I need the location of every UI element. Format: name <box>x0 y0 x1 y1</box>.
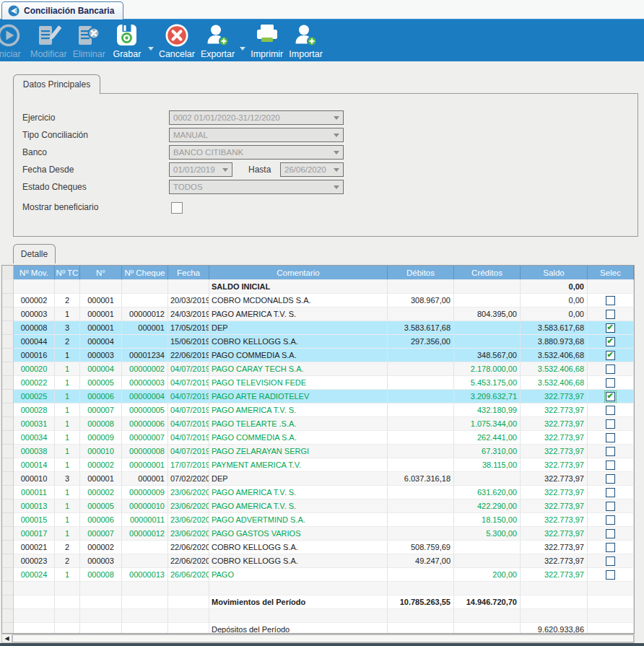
row-selector[interactable] <box>2 335 14 349</box>
fecha-desde-dropdown[interactable]: 01/01/2019 <box>169 162 232 177</box>
imprimir-button[interactable]: Imprimir <box>248 22 286 60</box>
row-selector[interactable] <box>2 527 14 541</box>
cell-cheque: 00000012 <box>122 527 168 541</box>
modificar-button[interactable]: Modificar <box>27 22 70 60</box>
horizontal-scrollbar[interactable]: ◀ <box>1 634 635 643</box>
cell-mov: 000008 <box>14 321 55 335</box>
row-selector[interactable] <box>2 541 14 554</box>
row-selector[interactable] <box>2 458 14 472</box>
column-header[interactable]: Fecha <box>168 266 209 280</box>
row-selector[interactable] <box>2 362 14 376</box>
tipo-conciliacion-dropdown[interactable]: MANUAL <box>169 128 344 142</box>
exportar-dropdown-caret[interactable] <box>238 47 248 51</box>
row-selector[interactable] <box>2 431 14 445</box>
cell-cred <box>454 321 521 335</box>
row-selector[interactable] <box>2 609 14 623</box>
cancelar-button[interactable]: Cancelar <box>156 22 198 60</box>
iniciar-button[interactable]: Iniciar <box>0 22 27 60</box>
window-tab-conciliacion-bancaria[interactable]: Conciliación Bancaria <box>1 1 123 19</box>
grabar-button[interactable]: Grabar <box>108 22 146 60</box>
estado-cheques-dropdown[interactable]: TODOS <box>169 180 344 194</box>
cell-saldo <box>521 582 588 595</box>
row-checkbox[interactable] <box>606 433 615 442</box>
column-header[interactable]: Nº TC <box>55 266 80 280</box>
row-selector[interactable] <box>2 307 14 321</box>
row-checkbox[interactable] <box>606 351 615 360</box>
row-checkbox[interactable] <box>606 406 615 415</box>
ejercicio-dropdown[interactable]: 0002 01/01/2020-31/12/2020 <box>169 110 344 125</box>
row-checkbox[interactable] <box>606 570 615 580</box>
row-selector[interactable] <box>2 349 14 362</box>
row-checkbox[interactable] <box>606 378 615 388</box>
row-selector[interactable] <box>2 390 14 403</box>
column-header[interactable]: N° <box>80 266 122 280</box>
row-checkbox[interactable] <box>606 365 615 374</box>
row-checkbox[interactable] <box>606 502 615 511</box>
cell-tc: 2 <box>55 541 80 554</box>
scroll-left-arrow-icon[interactable]: ◀ <box>2 634 12 642</box>
row-checkbox[interactable] <box>606 296 615 305</box>
cell-n: 000005 <box>80 499 122 513</box>
banco-dropdown[interactable]: BANCO CITIBANK <box>169 145 344 160</box>
cell-deb: 297.356,00 <box>388 335 454 349</box>
column-header[interactable]: Selec <box>588 266 634 280</box>
importar-button[interactable]: Importar <box>286 22 326 60</box>
row-checkbox[interactable] <box>606 310 615 319</box>
eliminar-button[interactable]: Eliminar <box>70 22 108 60</box>
row-checkbox[interactable] <box>606 474 615 484</box>
cell-cred: 38.115,00 <box>454 458 521 472</box>
column-header[interactable]: Saldo <box>521 266 588 280</box>
row-selector[interactable] <box>2 321 14 335</box>
row-selector[interactable] <box>2 554 14 568</box>
tab-datos-principales[interactable]: Datos Principales <box>13 74 100 94</box>
person-plus-icon <box>205 22 231 48</box>
row-checkbox[interactable] <box>606 529 615 538</box>
row-checkbox[interactable] <box>606 447 615 456</box>
row-selector[interactable] <box>2 376 14 390</box>
tab-detalle[interactable]: Detalle <box>13 244 56 263</box>
row-selector[interactable] <box>2 499 14 513</box>
row-selector[interactable] <box>2 294 14 307</box>
cell-cheque: 00000003 <box>122 376 168 390</box>
row-checkbox[interactable] <box>606 392 615 401</box>
row-selector[interactable] <box>2 595 14 609</box>
row-selector[interactable] <box>2 280 14 294</box>
cell-deb <box>388 499 454 513</box>
grabar-dropdown-caret[interactable] <box>146 47 156 51</box>
cell-saldo: 322.773,97 <box>521 403 588 417</box>
column-header[interactable]: Créditos <box>454 266 521 280</box>
row-selector[interactable] <box>2 472 14 486</box>
row-selector[interactable] <box>2 513 14 527</box>
row-selector[interactable] <box>2 403 14 417</box>
cell-cred: 18.150,00 <box>454 513 521 527</box>
column-header[interactable]: Comentario <box>209 266 388 280</box>
row-selector[interactable] <box>2 623 14 634</box>
scrollbar-thumb[interactable] <box>12 634 634 642</box>
cell-cred: 1.075.344,00 <box>454 417 521 431</box>
cell-cheque: 00000011 <box>122 513 168 527</box>
row-checkbox[interactable] <box>606 488 615 497</box>
row-selector[interactable] <box>2 417 14 431</box>
cell-cred: 5.300,00 <box>454 527 521 541</box>
column-header[interactable]: Nº Mov. <box>14 266 55 280</box>
cell-fecha: 23/06/2020 <box>168 513 209 527</box>
mostrar-beneficiario-checkbox[interactable] <box>171 202 183 214</box>
row-selector[interactable] <box>2 486 14 499</box>
cell-saldo: 322.773,97 <box>521 445 588 458</box>
cell-saldo: 3.880.973,68 <box>521 335 588 349</box>
column-header[interactable]: Nº Cheque <box>122 266 168 280</box>
row-checkbox[interactable] <box>606 543 615 552</box>
column-header[interactable]: Débitos <box>388 266 454 280</box>
fecha-hasta-dropdown[interactable]: 26/06/2020 <box>280 162 344 177</box>
row-selector[interactable] <box>2 568 14 582</box>
row-checkbox[interactable] <box>606 323 615 333</box>
exportar-button[interactable]: Exportar <box>198 22 238 60</box>
row-checkbox[interactable] <box>606 461 615 470</box>
row-selector[interactable] <box>2 445 14 458</box>
cell-mov: 000016 <box>14 349 55 362</box>
row-selector[interactable] <box>2 582 14 595</box>
row-checkbox[interactable] <box>606 337 615 346</box>
row-checkbox[interactable] <box>606 419 615 429</box>
row-checkbox[interactable] <box>606 515 615 525</box>
row-checkbox[interactable] <box>606 556 615 566</box>
